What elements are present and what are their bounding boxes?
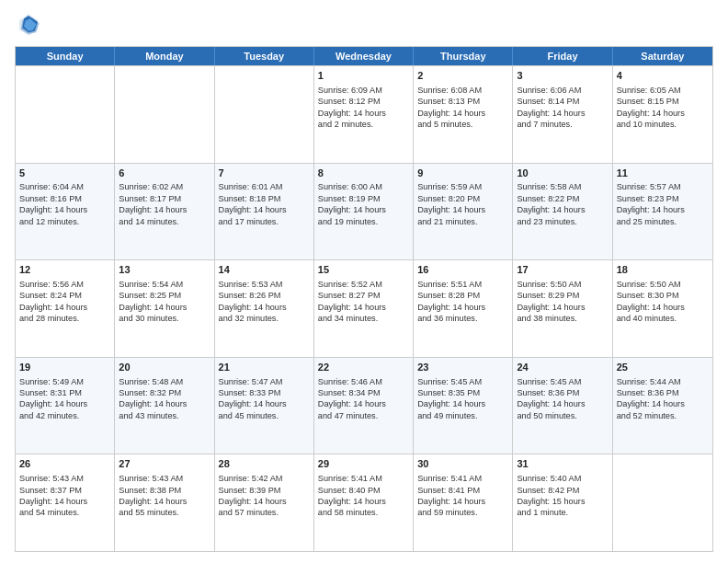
day-info-line: Daylight: 14 hours bbox=[417, 109, 485, 118]
day-info-line: and 40 minutes. bbox=[617, 314, 677, 323]
day-number: 27 bbox=[119, 457, 210, 471]
day-info-line: and 54 minutes. bbox=[19, 508, 79, 517]
day-info-line: Sunrise: 6:08 AM bbox=[417, 86, 482, 95]
day-info-line: Daylight: 14 hours bbox=[219, 399, 287, 408]
day-number: 7 bbox=[219, 167, 310, 180]
calendar-row-4: 19Sunrise: 5:49 AMSunset: 8:31 PMDayligh… bbox=[16, 357, 712, 454]
day-info-line: and 49 minutes. bbox=[417, 411, 477, 420]
day-info-line: Sunrise: 5:50 AM bbox=[617, 280, 681, 289]
day-info-line: Daylight: 14 hours bbox=[617, 399, 685, 408]
calendar-cell-day-3: 3Sunrise: 6:06 AMSunset: 8:14 PMDaylight… bbox=[513, 66, 612, 163]
day-info-line: and 32 minutes. bbox=[219, 314, 279, 323]
day-info-line: Sunset: 8:25 PM bbox=[119, 291, 181, 300]
day-info-line: Daylight: 14 hours bbox=[19, 205, 87, 214]
day-info-line: Sunrise: 5:51 AM bbox=[417, 280, 482, 289]
day-info-line: Sunset: 8:18 PM bbox=[219, 194, 281, 203]
day-info-line: Daylight: 14 hours bbox=[318, 303, 386, 312]
day-info-line: Sunset: 8:22 PM bbox=[517, 194, 579, 203]
day-info-line: and 19 minutes. bbox=[318, 217, 378, 226]
calendar-body: 1Sunrise: 6:09 AMSunset: 8:12 PMDaylight… bbox=[16, 65, 712, 551]
calendar-cell-day-28: 28Sunrise: 5:42 AMSunset: 8:39 PMDayligh… bbox=[215, 454, 314, 551]
day-info-line: Sunrise: 5:57 AM bbox=[617, 182, 681, 191]
day-info-line: Sunrise: 5:43 AM bbox=[19, 474, 84, 483]
day-info-line: and 17 minutes. bbox=[219, 217, 279, 226]
day-info-line: and 25 minutes. bbox=[617, 217, 677, 226]
day-info-line: Sunset: 8:30 PM bbox=[617, 291, 679, 300]
logo bbox=[15, 11, 46, 39]
day-info-line: Sunrise: 5:40 AM bbox=[517, 474, 581, 483]
day-info-line: and 21 minutes. bbox=[417, 217, 477, 226]
day-info-line: and 30 minutes. bbox=[119, 314, 178, 323]
page: SundayMondayTuesdayWednesdayThursdayFrid… bbox=[0, 0, 728, 563]
day-info-line: Sunset: 8:38 PM bbox=[119, 486, 181, 495]
weekday-header-saturday: Saturday bbox=[613, 47, 712, 65]
weekday-header-wednesday: Wednesday bbox=[314, 47, 414, 65]
day-number: 6 bbox=[119, 167, 210, 180]
calendar-cell-empty bbox=[215, 66, 314, 163]
calendar-cell-day-14: 14Sunrise: 5:53 AMSunset: 8:26 PMDayligh… bbox=[215, 260, 314, 357]
day-number: 20 bbox=[119, 361, 210, 374]
calendar-cell-day-8: 8Sunrise: 6:00 AMSunset: 8:19 PMDaylight… bbox=[314, 164, 414, 260]
header bbox=[15, 11, 713, 39]
day-info-line: Daylight: 14 hours bbox=[219, 303, 287, 312]
day-number: 24 bbox=[517, 361, 608, 374]
day-info-line: Daylight: 14 hours bbox=[617, 109, 685, 118]
calendar-cell-day-9: 9Sunrise: 5:59 AMSunset: 8:20 PMDaylight… bbox=[414, 164, 513, 260]
day-info-line: Sunset: 8:14 PM bbox=[517, 97, 579, 106]
calendar-cell-day-18: 18Sunrise: 5:50 AMSunset: 8:30 PMDayligh… bbox=[613, 260, 712, 357]
day-number: 10 bbox=[517, 167, 608, 180]
day-info-line: Sunrise: 6:06 AM bbox=[517, 86, 581, 95]
day-info-line: Daylight: 14 hours bbox=[417, 205, 485, 214]
calendar-cell-day-15: 15Sunrise: 5:52 AMSunset: 8:27 PMDayligh… bbox=[314, 260, 414, 357]
day-info-line: Sunset: 8:32 PM bbox=[119, 388, 181, 397]
day-number: 13 bbox=[119, 263, 210, 277]
day-info-line: Sunrise: 5:59 AM bbox=[417, 182, 482, 191]
day-info-line: Daylight: 14 hours bbox=[417, 497, 485, 506]
day-info-line: Sunset: 8:23 PM bbox=[617, 194, 679, 203]
day-info-line: Sunrise: 5:45 AM bbox=[417, 377, 482, 386]
day-info-line: Sunset: 8:27 PM bbox=[318, 291, 381, 300]
day-info-line: Sunrise: 5:48 AM bbox=[119, 377, 183, 386]
day-info-line: Sunset: 8:33 PM bbox=[219, 388, 281, 397]
day-info-line: Daylight: 14 hours bbox=[119, 303, 187, 312]
day-info-line: and 28 minutes. bbox=[19, 314, 79, 323]
day-info-line: Daylight: 14 hours bbox=[517, 205, 585, 214]
calendar-cell-day-13: 13Sunrise: 5:54 AMSunset: 8:25 PMDayligh… bbox=[115, 260, 214, 357]
day-info-line: Sunset: 8:42 PM bbox=[517, 486, 579, 495]
day-info-line: and 36 minutes. bbox=[417, 314, 477, 323]
day-info-line: and 5 minutes. bbox=[417, 120, 472, 129]
day-info-line: Daylight: 14 hours bbox=[318, 399, 386, 408]
day-info-line: Sunset: 8:15 PM bbox=[617, 97, 679, 106]
day-info-line: and 34 minutes. bbox=[318, 314, 378, 323]
day-info-line: Sunrise: 5:45 AM bbox=[517, 377, 581, 386]
calendar-cell-empty bbox=[16, 66, 115, 163]
day-number: 14 bbox=[219, 263, 310, 277]
day-info-line: Sunset: 8:26 PM bbox=[219, 291, 281, 300]
day-info-line: Daylight: 14 hours bbox=[119, 497, 187, 506]
calendar-cell-day-24: 24Sunrise: 5:45 AMSunset: 8:36 PMDayligh… bbox=[513, 358, 612, 454]
weekday-header-tuesday: Tuesday bbox=[215, 47, 314, 65]
calendar: SundayMondayTuesdayWednesdayThursdayFrid… bbox=[15, 46, 713, 552]
calendar-row-2: 5Sunrise: 6:04 AMSunset: 8:16 PMDaylight… bbox=[16, 163, 712, 260]
day-info-line: and 59 minutes. bbox=[417, 508, 477, 517]
calendar-cell-day-25: 25Sunrise: 5:44 AMSunset: 8:36 PMDayligh… bbox=[613, 358, 712, 454]
calendar-row-3: 12Sunrise: 5:56 AMSunset: 8:24 PMDayligh… bbox=[16, 259, 712, 357]
day-info-line: Daylight: 14 hours bbox=[517, 109, 585, 118]
day-number: 18 bbox=[617, 263, 709, 277]
day-info-line: Daylight: 15 hours bbox=[517, 497, 585, 506]
day-info-line: Sunrise: 5:41 AM bbox=[318, 474, 382, 483]
day-info-line: Daylight: 14 hours bbox=[219, 497, 287, 506]
weekday-header-monday: Monday bbox=[115, 47, 214, 65]
day-number: 11 bbox=[617, 167, 709, 180]
day-info-line: and 47 minutes. bbox=[318, 411, 378, 420]
day-info-line: Sunset: 8:12 PM bbox=[318, 97, 381, 106]
calendar-cell-day-7: 7Sunrise: 6:01 AMSunset: 8:18 PMDaylight… bbox=[215, 164, 314, 260]
calendar-header: SundayMondayTuesdayWednesdayThursdayFrid… bbox=[16, 47, 712, 65]
day-info-line: Daylight: 14 hours bbox=[318, 497, 386, 506]
calendar-cell-day-4: 4Sunrise: 6:05 AMSunset: 8:15 PMDaylight… bbox=[613, 66, 712, 163]
day-info-line: and 55 minutes. bbox=[119, 508, 178, 517]
day-info-line: Sunset: 8:37 PM bbox=[19, 486, 82, 495]
day-info-line: and 50 minutes. bbox=[517, 411, 576, 420]
day-number: 3 bbox=[517, 69, 608, 83]
day-info-line: Daylight: 14 hours bbox=[517, 399, 585, 408]
